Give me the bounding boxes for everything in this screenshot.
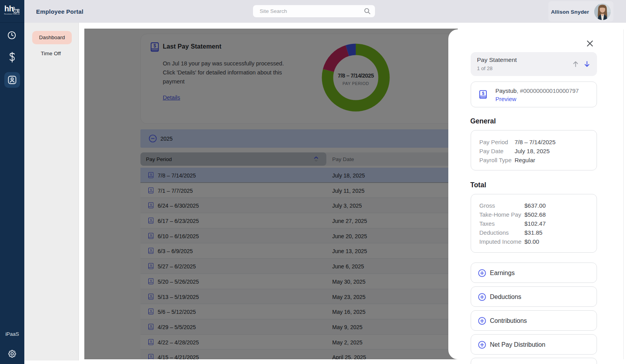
svg-text:Revolution Powered: Revolution Powered [4, 13, 20, 15]
svg-text:2: 2 [15, 10, 16, 13]
svg-text:hh: hh [4, 4, 14, 13]
